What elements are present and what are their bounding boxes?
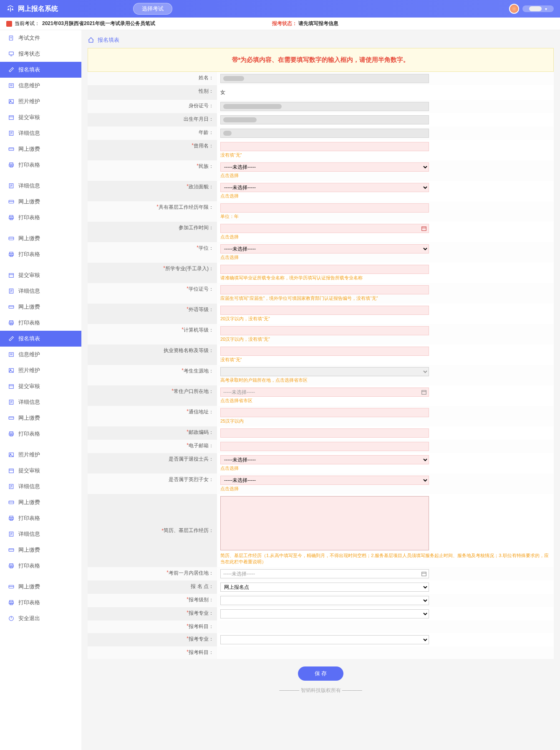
- exam_point-select[interactable]: 网上报名点: [220, 583, 429, 592]
- sidebar-item-14[interactable]: 网上缴费: [0, 231, 81, 246]
- sidebar-item-12[interactable]: 打印表格: [0, 210, 81, 226]
- sidebar-item-19[interactable]: 网上缴费: [0, 299, 81, 315]
- nav-label: 网上缴费: [18, 499, 40, 506]
- martyr-select[interactable]: -----未选择-----: [220, 476, 429, 485]
- sidebar-item-25[interactable]: 详细信息: [0, 394, 81, 410]
- svg-rect-95: [422, 572, 426, 576]
- card-icon: [8, 499, 14, 505]
- field-value: 没有填“无”: [217, 140, 554, 160]
- sidebar-item-31[interactable]: 详细信息: [0, 479, 81, 494]
- field-value: [217, 621, 554, 633]
- sidebar-item-27[interactable]: 打印表格: [0, 426, 81, 442]
- image-icon: [8, 99, 14, 104]
- computer-input[interactable]: [220, 326, 429, 335]
- sidebar-item-8[interactable]: 打印表格: [0, 157, 81, 173]
- sidebar-item-34[interactable]: 详细信息: [0, 526, 81, 542]
- sidebar-item-7[interactable]: 网上缴费: [0, 141, 81, 157]
- chevron-down-icon: ▾: [545, 7, 547, 11]
- sidebar-item-6[interactable]: 详细信息: [0, 125, 81, 141]
- sidebar-item-4[interactable]: 照片维护: [0, 94, 81, 109]
- nav-divider: [0, 226, 81, 231]
- exam_level-select[interactable]: [220, 596, 429, 605]
- field-label: *计算机等级：: [88, 324, 217, 345]
- sidebar-item-36[interactable]: 打印表格: [0, 558, 81, 574]
- sidebar-item-2[interactable]: 报名填表: [0, 62, 81, 78]
- field-value: 高考录取时的户籍所在地，点击选择省市区: [217, 365, 554, 385]
- join_work-datepicker[interactable]: [220, 224, 429, 233]
- field-label: 是否属于退役士兵：: [88, 453, 217, 474]
- footer-copyright: ———— 智韬科技版权所有 ————: [88, 681, 554, 700]
- svg-rect-35: [9, 274, 14, 277]
- field-row-exam_origin: *考生生源地：高考录取时的户籍所在地，点击选择省市区: [88, 365, 554, 385]
- detail-icon: [8, 288, 14, 294]
- print-icon: [8, 563, 14, 569]
- retired-select[interactable]: -----未选择-----: [220, 455, 429, 464]
- exam_major1-select[interactable]: [220, 609, 429, 618]
- sidebar-item-1[interactable]: 报考状态: [0, 46, 81, 62]
- nav-label: 打印表格: [18, 430, 40, 438]
- sidebar-item-15[interactable]: 打印表格: [0, 246, 81, 262]
- field-hint: 没有填“无”: [220, 357, 550, 363]
- save-button[interactable]: 保 存: [298, 666, 344, 681]
- sidebar-item-35[interactable]: 网上缴费: [0, 542, 81, 558]
- nav-label: 详细信息: [18, 483, 40, 490]
- sidebar-item-29[interactable]: 照片维护: [0, 447, 81, 463]
- field-label: *报考级别：: [88, 594, 217, 607]
- sidebar-item-38[interactable]: 网上缴费: [0, 579, 81, 595]
- sidebar-item-22[interactable]: 信息维护: [0, 347, 81, 362]
- major-input[interactable]: [220, 265, 429, 274]
- sidebar-item-10[interactable]: 详细信息: [0, 178, 81, 194]
- field-row-exam_major2: *报考专业：: [88, 633, 554, 646]
- sidebar-item-33[interactable]: 打印表格: [0, 510, 81, 526]
- exam_origin-select[interactable]: [220, 367, 429, 376]
- header: 网上报名系统 选择考试 ▾: [0, 0, 560, 18]
- sidebar-item-20[interactable]: 打印表格: [0, 315, 81, 331]
- sidebar-item-32[interactable]: 网上缴费: [0, 494, 81, 510]
- svg-rect-60: [9, 433, 14, 435]
- svg-rect-10: [9, 116, 14, 119]
- ethnicity-select[interactable]: -----未选择-----: [220, 162, 429, 172]
- field-row-former_name: *曾用名：没有填“无”: [88, 140, 554, 160]
- exam_major2-select[interactable]: [220, 635, 429, 644]
- field-label: 是否属于英烈子女：: [88, 474, 217, 494]
- svg-rect-91: [422, 227, 426, 231]
- sidebar-item-26[interactable]: 网上缴费: [0, 410, 81, 426]
- sidebar-item-0[interactable]: 考试文件: [0, 30, 81, 46]
- sidebar-item-21[interactable]: 报名填表: [0, 331, 81, 347]
- sidebar-item-11[interactable]: 网上缴费: [0, 194, 81, 210]
- resume-textarea[interactable]: [220, 496, 429, 550]
- degree-select[interactable]: -----未选择-----: [220, 244, 429, 253]
- readonly-field: [220, 102, 429, 111]
- select-exam-button[interactable]: 选择考试: [133, 3, 172, 15]
- work_years-input[interactable]: [220, 203, 429, 213]
- sidebar-item-24[interactable]: 提交审核: [0, 378, 81, 394]
- sidebar-item-3[interactable]: 信息维护: [0, 78, 81, 94]
- residence-picker[interactable]: -----未选择-----: [220, 388, 429, 397]
- sidebar-item-18[interactable]: 详细信息: [0, 283, 81, 299]
- foreign_lang-input[interactable]: [220, 306, 429, 315]
- last_month_addr-picker[interactable]: -----未选择-----: [220, 569, 429, 578]
- email-input[interactable]: [220, 442, 429, 451]
- political-select[interactable]: -----未选择-----: [220, 183, 429, 192]
- address-input[interactable]: [220, 408, 429, 417]
- sidebar-item-17[interactable]: 提交审核: [0, 267, 81, 283]
- qualification-input[interactable]: [220, 347, 429, 356]
- nav-label: 详细信息: [18, 287, 40, 295]
- doc-icon: [6, 21, 12, 27]
- nav-label: 网上缴费: [18, 303, 40, 311]
- sidebar-item-30[interactable]: 提交审核: [0, 463, 81, 479]
- nav-divider: [0, 262, 81, 267]
- nav-label: 打印表格: [18, 599, 40, 606]
- image-icon: [8, 452, 14, 458]
- sidebar-item-40[interactable]: 安全退出: [0, 611, 81, 626]
- degree_cert-input[interactable]: [220, 285, 429, 294]
- header-user[interactable]: ▾: [509, 4, 554, 14]
- sidebar-item-23[interactable]: 照片维护: [0, 362, 81, 378]
- nav-label: 打印表格: [18, 251, 40, 258]
- postcode-input[interactable]: [220, 428, 429, 438]
- nav-label: 照片维护: [18, 451, 40, 459]
- former_name-input[interactable]: [220, 142, 429, 151]
- field-label: 性别：: [88, 85, 217, 100]
- sidebar-item-5[interactable]: 提交审核: [0, 109, 81, 125]
- sidebar-item-39[interactable]: 打印表格: [0, 595, 81, 611]
